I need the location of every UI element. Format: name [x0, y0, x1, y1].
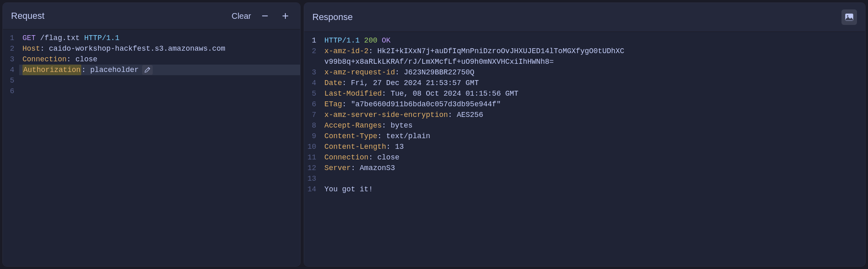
code-token: x-amz-server-side-encryption — [325, 110, 448, 120]
plus-icon: + — [282, 9, 289, 22]
code-token: : Tue, 08 Oct 2024 01:15:56 GMT — [382, 88, 519, 99]
edit-placeholder-button[interactable] — [142, 65, 153, 75]
code-token: : J623N29BBR22750Q — [395, 67, 474, 78]
code-token: HTTP/1.1 — [325, 35, 364, 46]
request-title: Request — [11, 11, 231, 21]
code-token: GET — [22, 33, 36, 43]
code-token: x-amz-request-id — [325, 67, 395, 78]
code-token: HTTP/1.1 — [84, 33, 119, 43]
response-code-line: v99b8q+x8aRLkLKRAf/rJ/LmXMcfLf+uO9h0mNXV… — [321, 56, 865, 67]
request-panel: Request Clear − + 123456 GET /flag.txt H… — [2, 2, 300, 267]
line-number: 4 — [307, 78, 316, 88]
code-token: OK — [382, 35, 391, 46]
minus-icon: − — [262, 9, 268, 22]
line-number: 12 — [307, 163, 316, 173]
response-code-line: Date: Fri, 27 Dec 2024 21:53:57 GMT — [321, 78, 865, 88]
code-token: Content-Length — [325, 141, 386, 152]
code-token: : placeholder — [81, 65, 138, 75]
add-button[interactable]: + — [279, 9, 292, 22]
clear-button[interactable]: Clear — [231, 11, 251, 21]
code-token: Content-Type — [325, 131, 378, 141]
code-token: ETag — [325, 99, 342, 110]
request-code-area[interactable]: 123456 GET /flag.txt HTTP/1.1Host: caido… — [3, 29, 300, 266]
line-number: 10 — [307, 141, 316, 152]
code-token: : bytes — [382, 120, 413, 131]
line-number: 1 — [6, 33, 14, 43]
code-token: : close — [369, 152, 400, 163]
pencil-icon — [145, 67, 150, 73]
line-number: 5 — [6, 75, 14, 86]
line-number: 4 — [6, 65, 14, 75]
response-code-content: HTTP/1.1 200 OKx-amz-id-2: Hk2I+kIXxN7j+… — [321, 32, 865, 266]
code-token: : text/plain — [377, 131, 430, 141]
code-token: : "a7be660d911b6bda0c057d3db95e944f" — [342, 99, 501, 110]
line-number — [307, 56, 316, 67]
line-number: 3 — [307, 67, 316, 78]
code-token: Authorization — [22, 65, 81, 75]
response-code-line: Content-Length: 13 — [321, 141, 865, 152]
code-token: : close — [67, 54, 98, 65]
response-panel: Response 1234567891011121314 HTTP/1.1 20… — [304, 2, 866, 267]
code-token: Last-Modified — [325, 88, 382, 99]
line-number: 5 — [307, 88, 316, 99]
response-header: Response — [304, 3, 865, 32]
response-code-line: Connection: close — [321, 152, 865, 163]
line-number: 3 — [6, 54, 14, 65]
minimize-button[interactable]: − — [258, 9, 272, 22]
response-title: Response — [312, 12, 841, 22]
code-token: : Fri, 27 Dec 2024 21:53:57 GMT — [342, 78, 479, 88]
request-code-line — [19, 86, 300, 96]
response-code-line: Server: AmazonS3 — [321, 163, 865, 173]
line-number: 11 — [307, 152, 316, 163]
request-code-line: Authorization: placeholder — [19, 65, 300, 75]
image-icon — [845, 13, 853, 21]
image-preview-button[interactable] — [841, 9, 857, 25]
line-number: 6 — [307, 99, 316, 110]
code-token: v99b8q+x8aRLkLKRAf/rJ/LmXMcfLf+uO9h0mNXV… — [325, 56, 554, 67]
code-token: : AES256 — [448, 110, 483, 120]
code-token: 200 — [364, 35, 382, 46]
code-token: Host — [22, 43, 40, 54]
request-code-line — [19, 75, 300, 86]
request-code-line: Connection: close — [19, 54, 300, 65]
response-code-line: x-amz-server-side-encryption: AES256 — [321, 110, 865, 120]
response-gutter: 1234567891011121314 — [304, 32, 321, 266]
request-code-line: GET /flag.txt HTTP/1.1 — [19, 33, 300, 43]
line-number: 7 — [307, 110, 316, 120]
code-token: You got it! — [325, 184, 373, 195]
code-token: x-amz-id-2 — [325, 46, 369, 56]
code-token: : caido-workshop-hackfest.s3.amazonaws.c… — [40, 43, 225, 54]
request-gutter: 123456 — [3, 29, 19, 266]
request-actions: Clear − + — [231, 9, 292, 22]
response-code-line: HTTP/1.1 200 OK — [321, 35, 865, 46]
code-token: : 13 — [386, 141, 404, 152]
line-number: 13 — [307, 173, 316, 184]
request-header: Request Clear − + — [3, 3, 300, 29]
response-code-line: You got it! — [321, 184, 865, 195]
code-token: : AmazonS3 — [351, 163, 395, 173]
line-number: 2 — [6, 43, 14, 54]
request-code-line: Host: caido-workshop-hackfest.s3.amazona… — [19, 43, 300, 54]
line-number: 1 — [307, 35, 316, 46]
code-token: Server — [325, 163, 351, 173]
svg-point-1 — [847, 15, 848, 17]
code-token: Date — [325, 78, 342, 88]
line-number: 2 — [307, 46, 316, 56]
code-token: /flag.txt — [36, 33, 84, 43]
line-number: 6 — [6, 86, 14, 96]
response-code-line: Last-Modified: Tue, 08 Oct 2024 01:15:56… — [321, 88, 865, 99]
response-code-line: ETag: "a7be660d911b6bda0c057d3db95e944f" — [321, 99, 865, 110]
code-token: Accept-Ranges — [325, 120, 382, 131]
code-token: Connection — [325, 152, 369, 163]
response-code-area[interactable]: 1234567891011121314 HTTP/1.1 200 OKx-amz… — [304, 32, 865, 266]
response-code-line: Content-Type: text/plain — [321, 131, 865, 141]
line-number: 8 — [307, 120, 316, 131]
response-actions — [841, 9, 857, 25]
code-token: Connection — [22, 54, 67, 65]
response-code-line: Accept-Ranges: bytes — [321, 120, 865, 131]
response-code-line — [321, 173, 865, 184]
line-number: 9 — [307, 131, 316, 141]
request-code-content[interactable]: GET /flag.txt HTTP/1.1Host: caido-worksh… — [19, 29, 300, 266]
response-code-line: x-amz-request-id: J623N29BBR22750Q — [321, 67, 865, 78]
code-token: : Hk2I+kIXxN7j+auDfIqMnPniDzroOvJHXUJED1… — [369, 46, 625, 56]
